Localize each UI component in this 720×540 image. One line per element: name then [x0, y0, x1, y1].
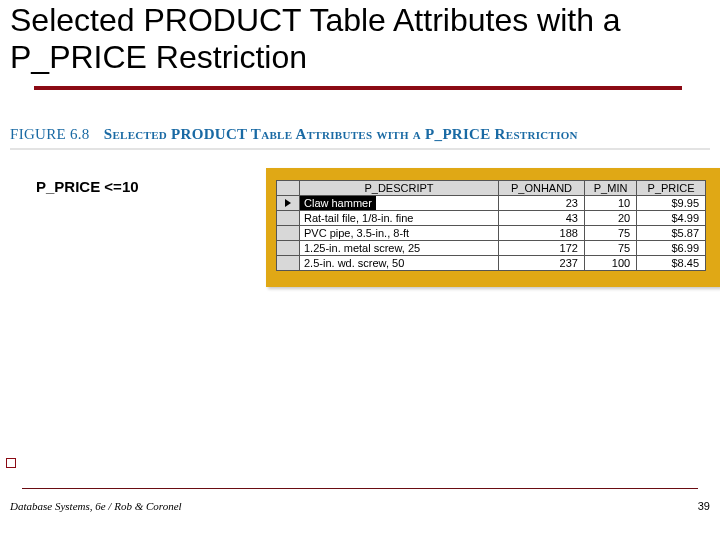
- cell-p-descript: Rat-tail file, 1/8-in. fine: [300, 211, 499, 226]
- row-selector-cell: [277, 211, 300, 226]
- table-row: 2.5-in. wd. screw, 50237100$8.45: [277, 256, 706, 271]
- page-number: 39: [698, 500, 710, 512]
- cell-p-price: $9.95: [637, 196, 706, 211]
- figure-caption-rule: [10, 148, 710, 150]
- table-row: Claw hammer2310$9.95: [277, 196, 706, 211]
- figure-number: FIGURE 6.8: [10, 126, 90, 142]
- row-selector-cell: [277, 196, 300, 211]
- title-underline: [34, 86, 682, 90]
- cell-p-min: 75: [584, 241, 636, 256]
- cell-p-onhand: 237: [499, 256, 585, 271]
- figure-title: Selected PRODUCT Table Attributes with a…: [104, 126, 578, 142]
- figure-caption: FIGURE 6.8 Selected PRODUCT Table Attrib…: [10, 126, 578, 143]
- slide-title: Selected PRODUCT Table Attributes with a…: [10, 2, 710, 76]
- col-header: P_PRICE: [637, 181, 706, 196]
- cell-p-min: 10: [584, 196, 636, 211]
- current-row-pointer-icon: [285, 199, 291, 207]
- table-header-row: P_DESCRIPT P_ONHAND P_MIN P_PRICE: [277, 181, 706, 196]
- table-row: PVC pipe, 3.5-in., 8-ft18875$5.87: [277, 226, 706, 241]
- cell-p-descript: 2.5-in. wd. screw, 50: [300, 256, 499, 271]
- table-row: Rat-tail file, 1/8-in. fine4320$4.99: [277, 211, 706, 226]
- cell-p-onhand: 23: [499, 196, 585, 211]
- cell-p-onhand: 43: [499, 211, 585, 226]
- cell-p-onhand: 172: [499, 241, 585, 256]
- cell-p-price: $8.45: [637, 256, 706, 271]
- row-selector-cell: [277, 241, 300, 256]
- cell-p-price: $5.87: [637, 226, 706, 241]
- cell-p-descript: Claw hammer: [300, 196, 499, 211]
- cell-p-price: $6.99: [637, 241, 706, 256]
- cell-p-min: 75: [584, 226, 636, 241]
- cell-p-descript: 1.25-in. metal screw, 25: [300, 241, 499, 256]
- col-header: P_ONHAND: [499, 181, 585, 196]
- table-row: 1.25-in. metal screw, 2517275$6.99: [277, 241, 706, 256]
- table-corner-cell: [277, 181, 300, 196]
- row-selector-cell: [277, 226, 300, 241]
- restriction-label: P_PRICE <=10: [36, 178, 139, 195]
- cell-p-price: $4.99: [637, 211, 706, 226]
- cell-p-descript: PVC pipe, 3.5-in., 8-ft: [300, 226, 499, 241]
- col-header: P_DESCRIPT: [300, 181, 499, 196]
- result-table-panel: P_DESCRIPT P_ONHAND P_MIN P_PRICE Claw h…: [266, 168, 720, 287]
- col-header: P_MIN: [584, 181, 636, 196]
- cell-p-min: 100: [584, 256, 636, 271]
- footer-text: Database Systems, 6e / Rob & Coronel: [10, 500, 182, 512]
- footer-rule: [22, 488, 698, 489]
- cell-p-min: 20: [584, 211, 636, 226]
- cell-p-onhand: 188: [499, 226, 585, 241]
- decorative-bullet: [6, 458, 16, 468]
- result-table: P_DESCRIPT P_ONHAND P_MIN P_PRICE Claw h…: [276, 180, 706, 271]
- selected-cell-highlight: Claw hammer: [300, 196, 376, 210]
- row-selector-cell: [277, 256, 300, 271]
